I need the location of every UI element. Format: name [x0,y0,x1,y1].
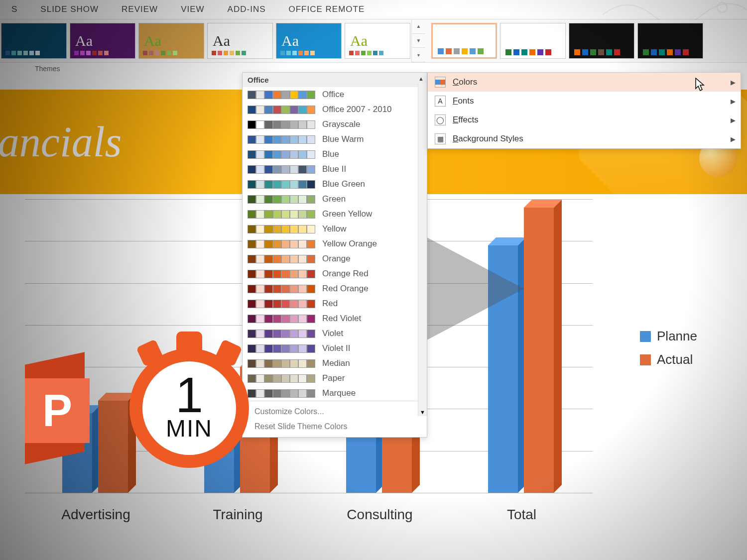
svg-marker-2 [696,78,704,91]
spinner-down-icon[interactable]: ▼ [412,34,425,48]
customize-colors-item[interactable]: Customize Colors... [243,404,427,419]
variant-thumb[interactable] [500,23,566,59]
theme-thumb[interactable] [1,23,67,59]
ribbon-tab[interactable]: S [11,4,17,14]
color-schemes-header: Office ▲ [243,73,427,87]
theme-thumb[interactable]: Aa [276,23,342,59]
color-scheme-item[interactable]: Blue II [243,162,427,177]
colors-icon [435,77,446,88]
effects-icon: ◯ [435,114,446,125]
spinner-up-icon[interactable]: ▲ [412,19,425,34]
color-scheme-item[interactable]: Paper [243,371,427,386]
color-scrollbar[interactable]: ▼ [418,84,427,416]
chevron-right-icon: ▶ [731,98,736,105]
color-scheme-item[interactable]: Office 2007 - 2010 [243,102,427,117]
spinner-more-icon[interactable]: ▾ [412,48,425,62]
color-scheme-item[interactable]: Blue Warm [243,132,427,147]
variant-thumb[interactable] [569,23,634,59]
chart-legend: PlanneActual [640,329,697,375]
x-label: Training [167,507,309,523]
theme-gallery[interactable]: AaAaAaAaAa [0,19,411,62]
ribbon-tab[interactable]: ADD-INS [228,4,266,14]
ribbon-themes-row: AaAaAaAaAa ▲ ▼ ▾ [0,19,747,63]
color-scheme-item[interactable]: Red Violet [243,311,427,326]
powerpoint-icon: P [25,353,134,463]
bg-icon: ▦ [435,133,446,144]
powerpoint-one-minute-badge: P 1 MIN [25,348,249,468]
color-scheme-item[interactable]: Yellow [243,222,427,236]
mouse-cursor-icon [695,78,706,95]
color-scheme-item[interactable]: Violet [243,326,427,341]
slide-title: r financials [0,117,122,167]
scroll-up-icon[interactable]: ▲ [418,76,424,82]
color-scheme-item[interactable]: Red Orange [243,281,427,296]
theme-thumb[interactable]: Aa [70,23,135,59]
legend-item: Actual [640,352,697,367]
color-schemes-dropdown[interactable]: Office ▲ OfficeOffice 2007 - 2010Graysca… [242,72,427,438]
fonts-icon: A [435,96,446,107]
variant-menu-colors[interactable]: Colors▶ [428,73,741,92]
variant-menu-bg[interactable]: ▦Background Styles▶ [428,129,741,148]
color-scheme-item[interactable]: Green [243,192,427,207]
reset-colors-item[interactable]: Reset Slide Theme Colors [243,419,427,434]
color-scheme-item[interactable]: Red [243,296,427,311]
ribbon-tab[interactable]: REVIEW [122,4,158,14]
color-scheme-item[interactable]: Orange [243,251,427,266]
color-scheme-item[interactable]: Blue Green [243,177,427,192]
color-scheme-item[interactable]: Blue [243,147,427,162]
variant-gallery[interactable] [431,19,703,62]
chevron-right-icon: ▶ [731,135,736,143]
theme-thumb[interactable]: Aa [207,23,273,59]
color-scheme-item[interactable]: Marquee [243,386,427,401]
color-scheme-item[interactable]: Green Yellow [243,207,427,222]
chevron-right-icon: ▶ [731,116,736,124]
ribbon-tab[interactable]: SLIDE SHOW [40,4,99,14]
color-scheme-item[interactable]: Median [243,356,427,371]
variant-menu-effects[interactable]: ◯Effects▶ [428,111,741,129]
x-label: Advertising [25,507,167,523]
color-scheme-item[interactable]: Grayscale [243,117,427,132]
color-scheme-item[interactable]: Orange Red [243,266,427,281]
theme-gallery-spinner[interactable]: ▲ ▼ ▾ [411,19,425,62]
theme-thumb[interactable]: Aa [138,23,204,59]
x-label: Total [451,507,593,523]
ribbon-tab[interactable]: OFFICE REMOTE [289,4,365,14]
ribbon-tabs: S SLIDE SHOW REVIEW VIEW ADD-INS OFFICE … [0,0,747,19]
stopwatch-icon: 1 MIN [129,348,249,468]
ribbon-tab[interactable]: VIEW [181,4,204,14]
variant-thumb[interactable] [431,23,497,59]
color-scheme-item[interactable]: Violet II [243,341,427,356]
chevron-right-icon: ▶ [731,79,736,86]
x-label: Consulting [309,507,451,523]
legend-item: Planne [640,329,697,344]
variant-menu-fonts[interactable]: AFonts▶ [428,92,741,111]
variant-flyout-menu[interactable]: Colors▶AFonts▶◯Effects▶▦Background Style… [427,72,741,149]
color-scheme-item[interactable]: Yellow Orange [243,236,427,251]
theme-thumb[interactable]: Aa [345,23,410,59]
color-scheme-item[interactable]: Office [243,87,427,102]
variant-thumb[interactable] [637,23,703,59]
